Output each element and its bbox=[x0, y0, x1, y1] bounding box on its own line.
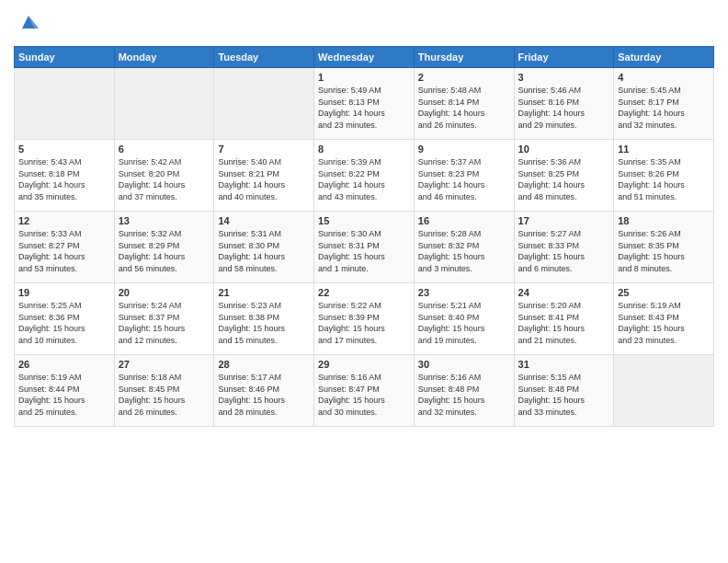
day-header-sunday: Sunday bbox=[15, 47, 115, 68]
page: SundayMondayTuesdayWednesdayThursdayFrid… bbox=[0, 0, 728, 563]
calendar-cell bbox=[114, 68, 214, 140]
calendar-cell: 29Sunrise: 5:16 AM Sunset: 8:47 PM Dayli… bbox=[314, 355, 415, 427]
day-info: Sunrise: 5:19 AM Sunset: 8:43 PM Dayligh… bbox=[618, 300, 710, 346]
day-header-monday: Monday bbox=[114, 47, 214, 68]
calendar-cell: 17Sunrise: 5:27 AM Sunset: 8:33 PM Dayli… bbox=[514, 212, 614, 283]
day-number: 20 bbox=[119, 287, 210, 298]
day-info: Sunrise: 5:22 AM Sunset: 8:39 PM Dayligh… bbox=[318, 300, 410, 346]
calendar-cell: 8Sunrise: 5:39 AM Sunset: 8:22 PM Daylig… bbox=[314, 140, 415, 212]
calendar-cell: 13Sunrise: 5:32 AM Sunset: 8:29 PM Dayli… bbox=[114, 212, 214, 283]
calendar-cell: 15Sunrise: 5:30 AM Sunset: 8:31 PM Dayli… bbox=[314, 212, 415, 283]
calendar-cell: 30Sunrise: 5:16 AM Sunset: 8:48 PM Dayli… bbox=[414, 355, 514, 427]
calendar-table: SundayMondayTuesdayWednesdayThursdayFrid… bbox=[14, 46, 714, 427]
calendar-cell: 6Sunrise: 5:42 AM Sunset: 8:20 PM Daylig… bbox=[114, 140, 214, 212]
day-number: 15 bbox=[318, 215, 410, 226]
calendar-cell: 4Sunrise: 5:45 AM Sunset: 8:17 PM Daylig… bbox=[614, 68, 714, 140]
calendar-cell: 16Sunrise: 5:28 AM Sunset: 8:32 PM Dayli… bbox=[414, 212, 514, 283]
day-number: 30 bbox=[418, 359, 510, 370]
calendar-cell: 31Sunrise: 5:15 AM Sunset: 8:48 PM Dayli… bbox=[514, 355, 614, 427]
calendar-cell: 21Sunrise: 5:23 AM Sunset: 8:38 PM Dayli… bbox=[214, 283, 314, 355]
day-number: 8 bbox=[318, 144, 410, 155]
day-number: 6 bbox=[119, 144, 210, 155]
calendar-cell: 10Sunrise: 5:36 AM Sunset: 8:25 PM Dayli… bbox=[514, 140, 614, 212]
day-number: 12 bbox=[18, 215, 110, 226]
day-number: 23 bbox=[418, 287, 510, 298]
day-info: Sunrise: 5:46 AM Sunset: 8:16 PM Dayligh… bbox=[518, 85, 610, 131]
day-info: Sunrise: 5:16 AM Sunset: 8:48 PM Dayligh… bbox=[418, 372, 510, 418]
day-number: 21 bbox=[218, 287, 310, 298]
logo bbox=[14, 9, 45, 39]
calendar-cell: 2Sunrise: 5:48 AM Sunset: 8:14 PM Daylig… bbox=[414, 68, 514, 140]
calendar-cell: 22Sunrise: 5:22 AM Sunset: 8:39 PM Dayli… bbox=[314, 283, 415, 355]
day-info: Sunrise: 5:37 AM Sunset: 8:23 PM Dayligh… bbox=[418, 156, 510, 202]
day-info: Sunrise: 5:26 AM Sunset: 8:35 PM Dayligh… bbox=[618, 228, 710, 274]
day-info: Sunrise: 5:36 AM Sunset: 8:25 PM Dayligh… bbox=[518, 156, 610, 202]
day-info: Sunrise: 5:18 AM Sunset: 8:45 PM Dayligh… bbox=[119, 372, 210, 418]
calendar-cell: 25Sunrise: 5:19 AM Sunset: 8:43 PM Dayli… bbox=[614, 283, 714, 355]
calendar-cell: 23Sunrise: 5:21 AM Sunset: 8:40 PM Dayli… bbox=[414, 283, 514, 355]
day-number: 19 bbox=[18, 287, 110, 298]
day-number: 9 bbox=[418, 144, 510, 155]
day-number: 29 bbox=[318, 359, 410, 370]
calendar-cell: 11Sunrise: 5:35 AM Sunset: 8:26 PM Dayli… bbox=[614, 140, 714, 212]
day-info: Sunrise: 5:20 AM Sunset: 8:41 PM Dayligh… bbox=[518, 300, 610, 346]
week-row-4: 19Sunrise: 5:25 AM Sunset: 8:36 PM Dayli… bbox=[15, 283, 714, 355]
day-number: 22 bbox=[318, 287, 410, 298]
day-number: 14 bbox=[218, 215, 310, 226]
header-row: SundayMondayTuesdayWednesdayThursdayFrid… bbox=[15, 47, 714, 68]
day-info: Sunrise: 5:30 AM Sunset: 8:31 PM Dayligh… bbox=[318, 228, 410, 274]
calendar-cell: 12Sunrise: 5:33 AM Sunset: 8:27 PM Dayli… bbox=[15, 212, 115, 283]
calendar-cell: 9Sunrise: 5:37 AM Sunset: 8:23 PM Daylig… bbox=[414, 140, 514, 212]
calendar-cell: 5Sunrise: 5:43 AM Sunset: 8:18 PM Daylig… bbox=[15, 140, 115, 212]
calendar-cell: 28Sunrise: 5:17 AM Sunset: 8:46 PM Dayli… bbox=[214, 355, 314, 427]
calendar-cell: 3Sunrise: 5:46 AM Sunset: 8:16 PM Daylig… bbox=[514, 68, 614, 140]
day-number: 16 bbox=[418, 215, 510, 226]
day-number: 26 bbox=[18, 359, 110, 370]
calendar-cell: 27Sunrise: 5:18 AM Sunset: 8:45 PM Dayli… bbox=[114, 355, 214, 427]
calendar-cell bbox=[214, 68, 314, 140]
calendar-cell: 7Sunrise: 5:40 AM Sunset: 8:21 PM Daylig… bbox=[214, 140, 314, 212]
day-info: Sunrise: 5:21 AM Sunset: 8:40 PM Dayligh… bbox=[418, 300, 510, 346]
week-row-3: 12Sunrise: 5:33 AM Sunset: 8:27 PM Dayli… bbox=[15, 212, 714, 283]
day-info: Sunrise: 5:39 AM Sunset: 8:22 PM Dayligh… bbox=[318, 156, 410, 202]
day-number: 7 bbox=[218, 144, 310, 155]
day-number: 13 bbox=[119, 215, 210, 226]
day-info: Sunrise: 5:25 AM Sunset: 8:36 PM Dayligh… bbox=[18, 300, 110, 346]
day-info: Sunrise: 5:17 AM Sunset: 8:46 PM Dayligh… bbox=[218, 372, 310, 418]
calendar-cell: 26Sunrise: 5:19 AM Sunset: 8:44 PM Dayli… bbox=[15, 355, 115, 427]
day-number: 28 bbox=[218, 359, 310, 370]
day-header-saturday: Saturday bbox=[614, 47, 714, 68]
day-info: Sunrise: 5:40 AM Sunset: 8:21 PM Dayligh… bbox=[218, 156, 310, 202]
day-info: Sunrise: 5:43 AM Sunset: 8:18 PM Dayligh… bbox=[18, 156, 110, 202]
day-number: 31 bbox=[518, 359, 610, 370]
day-info: Sunrise: 5:32 AM Sunset: 8:29 PM Dayligh… bbox=[119, 228, 210, 274]
logo-icon bbox=[16, 9, 41, 35]
week-row-2: 5Sunrise: 5:43 AM Sunset: 8:18 PM Daylig… bbox=[15, 140, 714, 212]
day-header-wednesday: Wednesday bbox=[314, 47, 415, 68]
calendar-cell bbox=[614, 355, 714, 427]
day-number: 1 bbox=[318, 72, 410, 83]
header bbox=[14, 9, 714, 39]
calendar-cell: 14Sunrise: 5:31 AM Sunset: 8:30 PM Dayli… bbox=[214, 212, 314, 283]
day-header-tuesday: Tuesday bbox=[214, 47, 314, 68]
day-info: Sunrise: 5:48 AM Sunset: 8:14 PM Dayligh… bbox=[418, 85, 510, 131]
day-number: 17 bbox=[518, 215, 610, 226]
calendar-cell: 24Sunrise: 5:20 AM Sunset: 8:41 PM Dayli… bbox=[514, 283, 614, 355]
day-info: Sunrise: 5:27 AM Sunset: 8:33 PM Dayligh… bbox=[518, 228, 610, 274]
day-info: Sunrise: 5:33 AM Sunset: 8:27 PM Dayligh… bbox=[18, 228, 110, 274]
day-number: 10 bbox=[518, 144, 610, 155]
calendar-cell: 18Sunrise: 5:26 AM Sunset: 8:35 PM Dayli… bbox=[614, 212, 714, 283]
day-number: 27 bbox=[119, 359, 210, 370]
day-number: 3 bbox=[518, 72, 610, 83]
calendar-cell: 1Sunrise: 5:49 AM Sunset: 8:13 PM Daylig… bbox=[314, 68, 415, 140]
day-info: Sunrise: 5:16 AM Sunset: 8:47 PM Dayligh… bbox=[318, 372, 410, 418]
week-row-1: 1Sunrise: 5:49 AM Sunset: 8:13 PM Daylig… bbox=[15, 68, 714, 140]
day-info: Sunrise: 5:45 AM Sunset: 8:17 PM Dayligh… bbox=[618, 85, 710, 131]
day-info: Sunrise: 5:19 AM Sunset: 8:44 PM Dayligh… bbox=[18, 372, 110, 418]
day-number: 4 bbox=[618, 72, 710, 83]
day-info: Sunrise: 5:23 AM Sunset: 8:38 PM Dayligh… bbox=[218, 300, 310, 346]
day-number: 18 bbox=[618, 215, 710, 226]
day-info: Sunrise: 5:28 AM Sunset: 8:32 PM Dayligh… bbox=[418, 228, 510, 274]
day-header-thursday: Thursday bbox=[414, 47, 514, 68]
day-info: Sunrise: 5:49 AM Sunset: 8:13 PM Dayligh… bbox=[318, 85, 410, 131]
